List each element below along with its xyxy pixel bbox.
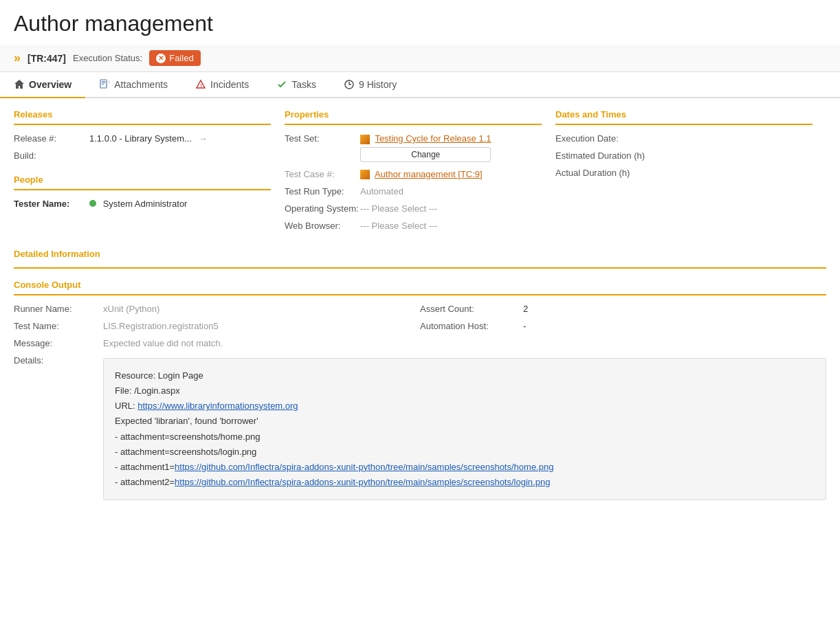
test-set-row: Test Set: Testing Cycle for Release 1.1 … <box>285 133 542 162</box>
test-case-cube-icon <box>360 170 370 179</box>
tab-tasks-label: Tasks <box>291 79 316 90</box>
browser-label: Web Browser: <box>285 221 360 231</box>
console-output-title: Console Output <box>14 280 826 295</box>
overview-columns: Releases Release #: 1.1.0.0 - Library Sy… <box>14 98 826 238</box>
test-name-value: LIS.Registration.registration5 <box>103 321 219 331</box>
tab-history-label: 9 History <box>359 79 397 90</box>
tab-incidents-label: Incidents <box>210 79 249 90</box>
exec-date-label: Execution Date: <box>555 133 631 144</box>
svg-point-4 <box>105 80 109 84</box>
assert-row: Assert Count: 2 <box>420 304 826 314</box>
svg-rect-1 <box>102 81 105 82</box>
execution-bar: » [TR:447] Execution Status: ✕ Failed <box>0 45 840 72</box>
tab-overview[interactable]: Overview <box>0 72 85 98</box>
details-row: Details: Resource: Login Page File: /Log… <box>14 355 826 500</box>
test-name-row: Test Name: LIS.Registration.registration… <box>14 321 420 331</box>
release-label: Release #: <box>14 133 89 144</box>
details-line-2: URL: https://www.libraryinformationsyste… <box>115 399 815 414</box>
runner-label: Runner Name: <box>14 304 103 314</box>
detailed-information-title: Detailed Information <box>14 249 826 259</box>
details-line-7: - attachment2=https://github.com/Inflect… <box>115 475 815 490</box>
actual-duration-row: Actual Duration (h) <box>555 168 813 178</box>
test-run-type-row: Test Run Type: Automated <box>285 186 542 197</box>
tab-history[interactable]: 9 History <box>330 72 410 98</box>
automation-host-label: Automation Host: <box>420 321 523 331</box>
build-label: Build: <box>14 150 89 161</box>
test-name-label: Test Name: <box>14 321 103 331</box>
properties-title: Properties <box>285 109 542 125</box>
actual-duration-label: Actual Duration (h) <box>555 168 631 178</box>
tester-status-dot <box>89 200 96 207</box>
properties-section: Properties Test Set: Testing Cycle for R… <box>285 109 555 238</box>
tr-id: [TR:447] <box>27 53 66 64</box>
os-row: Operating System: --- Please Select --- <box>285 203 542 214</box>
test-run-type-value: Automated <box>360 186 404 197</box>
runner-row: Runner Name: xUnit (Python) <box>14 304 420 314</box>
message-value: Expected value did not match. <box>103 338 223 348</box>
attachment2-link[interactable]: https://github.com/Inflectra/spira-addon… <box>175 477 550 487</box>
execution-status-label: Execution Status: <box>73 53 142 63</box>
est-duration-row: Estimated Duration (h) <box>555 150 813 161</box>
details-box: Resource: Login Page File: /Login.aspx U… <box>103 358 826 500</box>
double-arrow-icon: » <box>14 51 21 65</box>
failed-badge: ✕ Failed <box>149 50 200 66</box>
console-left-col: Runner Name: xUnit (Python) Test Name: L… <box>14 304 420 338</box>
runner-value: xUnit (Python) <box>103 304 159 314</box>
tester-value: System Administrator <box>89 199 187 209</box>
main-content: Releases Release #: 1.1.0.0 - Library Sy… <box>0 98 840 500</box>
test-set-label: Test Set: <box>285 133 360 144</box>
message-row: Message: Expected value did not match. <box>14 338 826 348</box>
dates-title: Dates and Times <box>555 109 813 125</box>
release-value: 1.1.0.0 - Library System... → <box>89 133 207 144</box>
url-link[interactable]: https://www.libraryinformationsystem.org <box>137 401 298 411</box>
details-line-6: - attachment1=https://github.com/Inflect… <box>115 460 815 475</box>
tabs-bar: Overview Attachments ! Incidents Tasks 9… <box>0 72 840 98</box>
console-right-col: Assert Count: 2 Automation Host: - <box>420 304 826 338</box>
automation-host-value: - <box>523 321 526 331</box>
message-label: Message: <box>14 338 103 348</box>
assert-value: 2 <box>523 304 528 314</box>
failed-label: Failed <box>169 53 193 63</box>
page-title: Author management <box>0 0 840 45</box>
svg-text:!: ! <box>201 83 202 88</box>
test-run-type-label: Test Run Type: <box>285 186 360 197</box>
os-label: Operating System: <box>285 203 360 214</box>
os-value: --- Please Select --- <box>360 203 438 214</box>
details-line-5: - attachment=screenshots/login.png <box>115 445 815 460</box>
x-icon: ✕ <box>156 54 166 63</box>
tab-attachments-label: Attachments <box>114 79 168 90</box>
details-label: Details: <box>14 355 103 366</box>
change-button[interactable]: Change <box>360 147 491 162</box>
details-line-3: Expected 'librarian', found 'borrower' <box>115 414 815 429</box>
tab-overview-label: Overview <box>29 79 71 90</box>
svg-rect-2 <box>102 82 105 83</box>
release-arrow-icon: → <box>198 133 207 144</box>
release-row: Release #: 1.1.0.0 - Library System... → <box>14 133 271 144</box>
attachment1-link[interactable]: https://github.com/Inflectra/spira-addon… <box>175 462 553 472</box>
attachment-icon <box>99 79 110 90</box>
tab-tasks[interactable]: Tasks <box>263 72 330 98</box>
tester-label: Tester Name: <box>14 199 89 209</box>
releases-title: Releases <box>14 109 271 125</box>
test-case-link[interactable]: Author management [TC:9] <box>375 169 483 179</box>
test-case-value: Author management [TC:9] <box>360 169 483 180</box>
details-line-0: Resource: Login Page <box>115 368 815 383</box>
assert-label: Assert Count: <box>420 304 523 314</box>
exec-date-row: Execution Date: <box>555 133 813 144</box>
test-case-label: Test Case #: <box>285 169 360 179</box>
est-duration-label: Estimated Duration (h) <box>555 150 645 161</box>
task-icon <box>276 79 287 90</box>
test-set-value: Testing Cycle for Release 1.1 Change <box>360 133 491 162</box>
tab-attachments[interactable]: Attachments <box>85 72 181 98</box>
console-output-section: Console Output Runner Name: xUnit (Pytho… <box>14 280 826 500</box>
build-row: Build: <box>14 150 271 161</box>
left-section: Releases Release #: 1.1.0.0 - Library Sy… <box>14 109 285 238</box>
tab-incidents[interactable]: ! Incidents <box>181 72 263 98</box>
test-case-row: Test Case #: Author management [TC:9] <box>285 169 542 180</box>
browser-value: --- Please Select --- <box>360 221 438 231</box>
dates-section: Dates and Times Execution Date: Estimate… <box>555 109 826 238</box>
incident-icon: ! <box>195 79 206 90</box>
tester-row: Tester Name: System Administrator <box>14 199 271 209</box>
test-set-link[interactable]: Testing Cycle for Release 1.1 <box>375 133 491 144</box>
history-icon <box>344 79 355 90</box>
